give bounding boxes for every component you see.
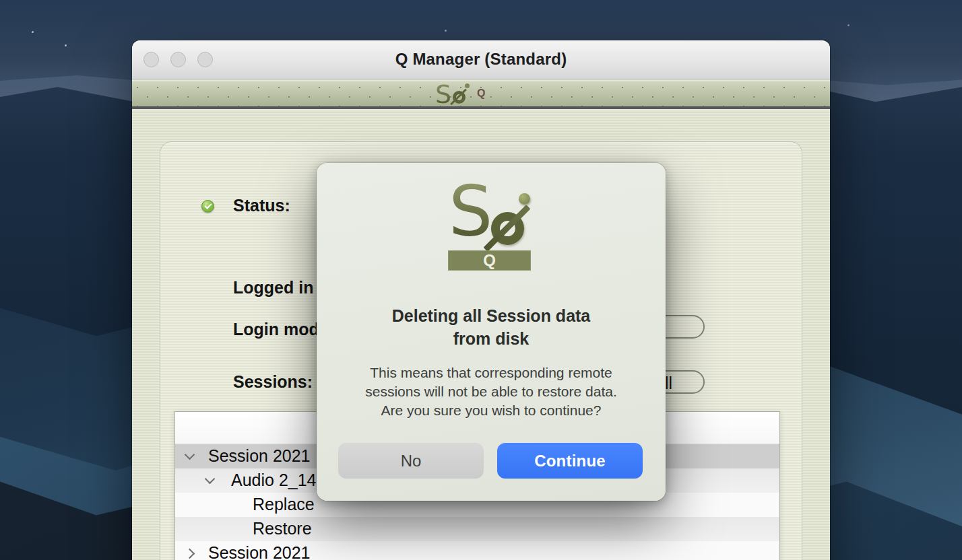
sessions-label: Sessions: — [233, 372, 313, 392]
titlebar[interactable]: Q Manager (Standard) — [132, 40, 830, 79]
chevron-down-icon[interactable] — [185, 450, 195, 460]
logo-q-badge: Q — [448, 250, 531, 271]
logo-s-letter: S — [435, 79, 451, 109]
logged-in-label: Logged in — [233, 278, 313, 298]
logo-q-letter: Q — [477, 88, 485, 100]
no-button[interactable]: No — [338, 443, 484, 479]
session-row-label: Session 2021 — [208, 446, 311, 466]
delete-confirmation-dialog: S Q Deleting all Session data from disk … — [317, 163, 666, 501]
login-mode-label: Login mod — [233, 320, 319, 339]
star — [445, 30, 447, 32]
continue-button[interactable]: Continue — [497, 443, 643, 479]
chevron-right-icon[interactable] — [185, 549, 195, 559]
session-row-label: Audio 2_14 — [231, 470, 317, 490]
star — [65, 44, 67, 46]
app-logo: S Q — [435, 82, 496, 108]
status-label: Status: — [233, 196, 290, 215]
pill-button-label-fragment: ll — [665, 374, 672, 393]
star — [847, 24, 849, 26]
toolbar: S Q — [132, 80, 830, 109]
star — [32, 31, 34, 33]
logo-dot-icon — [519, 193, 530, 205]
logo-s-letter: S — [449, 178, 492, 245]
dialog-message: This means that corresponding remote ses… — [317, 363, 666, 420]
dialog-title: Deleting all Session data from disk — [317, 304, 666, 350]
session-row-label: Restore — [253, 519, 312, 538]
chevron-down-icon[interactable] — [205, 474, 216, 485]
logo-q-letter: Q — [448, 250, 531, 271]
session-row-label: Session 2021 — [208, 543, 311, 560]
table-row[interactable]: Restore — [175, 517, 779, 541]
window-title: Q Manager (Standard) — [132, 50, 830, 69]
desktop: Q Manager (Standard) S Q Status: Logged … — [0, 0, 962, 560]
logo-dot-icon — [465, 83, 470, 88]
table-row[interactable]: Session 2021 — [175, 541, 779, 560]
status-ok-check-icon — [201, 200, 214, 213]
session-row-label: Replace — [253, 495, 315, 514]
